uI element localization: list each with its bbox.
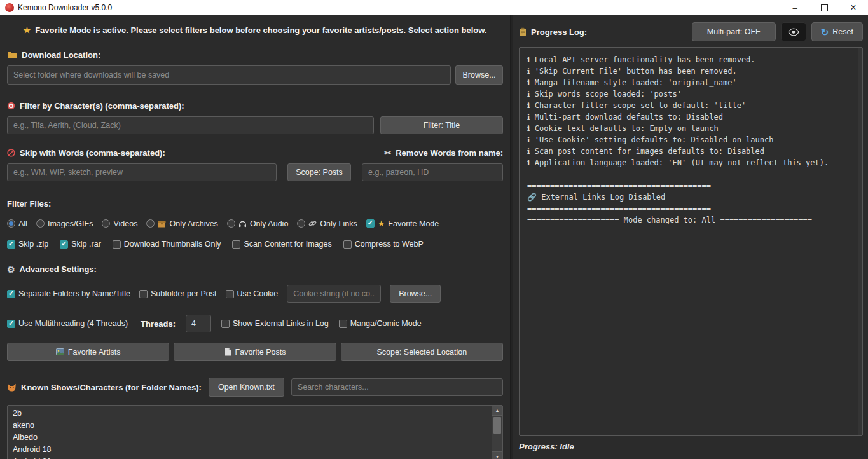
window-controls: – ×	[780, 0, 868, 15]
checkbox-show-external-links[interactable]: Show External Links in Log	[221, 319, 329, 328]
checkbox-multithreading[interactable]: Use Multithreading (4 Threads)	[7, 319, 128, 328]
scroll-up-button[interactable]: ▲	[492, 406, 502, 416]
remove-words-input[interactable]	[362, 163, 503, 181]
progress-status: Progress: Idle	[519, 442, 863, 451]
log-line: ℹ Application language loaded: 'EN' (UI …	[527, 157, 855, 168]
scissors-icon: ✂	[384, 149, 391, 157]
checkbox-manga-mode[interactable]: Manga/Comic Mode	[339, 319, 422, 328]
checkbox-indicator	[7, 240, 15, 249]
scrollbar-thumb[interactable]	[493, 417, 501, 434]
radio-filter-links[interactable]: Only Links	[297, 219, 357, 228]
checkbox-favorite-mode[interactable]: ★ Favorite Mode	[366, 219, 439, 228]
threads-label: Threads:	[141, 319, 176, 329]
checkbox-skip-rar[interactable]: Skip .rar	[60, 240, 101, 249]
no-entry-icon	[7, 149, 15, 157]
list-item[interactable]: Albedo	[8, 432, 502, 444]
clipboard-icon	[519, 27, 527, 36]
log-scrollbar[interactable]	[858, 48, 862, 435]
radio-label: Videos	[113, 219, 137, 228]
log-line: ℹ Cookie text defaults to: Empty on laun…	[527, 123, 855, 134]
checkbox-label: Skip .zip	[18, 240, 48, 249]
character-filter-label: Filter by Character(s) (comma-separated)…	[7, 101, 503, 111]
radio-filter-audio[interactable]: Only Audio	[227, 219, 288, 228]
picture-icon	[56, 348, 64, 355]
threads-input[interactable]	[186, 315, 211, 332]
fox-icon	[7, 383, 17, 392]
radio-label: Images/GIFs	[48, 219, 93, 228]
scrollbar-track[interactable]	[492, 416, 502, 451]
radio-label: Only Archives	[169, 219, 217, 228]
reset-button[interactable]: ↻ Reset	[811, 22, 863, 41]
checkbox-indicator	[232, 240, 240, 249]
log-line: ℹ Multi-part download defaults to: Disab…	[527, 111, 855, 123]
radio-indicator	[146, 219, 155, 228]
close-icon: ×	[850, 3, 856, 13]
list-item[interactable]: Android 21	[8, 456, 502, 459]
skip-words-scope-button[interactable]: Scope: Posts	[287, 163, 351, 181]
list-scrollbar[interactable]: ▲ ▼	[492, 406, 502, 459]
character-search-input[interactable]	[291, 378, 503, 396]
scroll-down-button[interactable]: ▼	[492, 451, 502, 459]
checkbox-subfolder-per-post[interactable]: Subfolder per Post	[139, 289, 217, 298]
favorite-posts-button[interactable]: Favorite Posts	[174, 343, 336, 361]
character-filter-input[interactable]	[7, 116, 374, 134]
list-item[interactable]: 2b	[8, 408, 502, 420]
minimize-icon: –	[792, 3, 797, 13]
browse-download-button[interactable]: Browse...	[455, 65, 503, 85]
known-characters-list[interactable]: ▲ ▼ 2bakenoAlbedoAndroid 18Android 21	[7, 405, 503, 459]
radio-filter-images[interactable]: Images/GIFs	[36, 219, 93, 228]
download-location-input[interactable]	[7, 65, 451, 85]
radio-filter-videos[interactable]: Videos	[102, 219, 137, 228]
checkbox-indicator	[113, 240, 121, 249]
folder-icon	[7, 51, 17, 59]
character-filter-scope-button[interactable]: Filter: Title	[380, 116, 503, 134]
gear-icon: ⚙	[7, 265, 15, 274]
maximize-button[interactable]	[809, 0, 839, 15]
list-item[interactable]: Android 18	[8, 444, 502, 456]
open-known-txt-button[interactable]: Open Known.txt	[209, 378, 284, 397]
cookie-string-input[interactable]	[287, 285, 381, 303]
eye-toggle-button[interactable]	[781, 22, 806, 41]
document-icon	[224, 348, 231, 356]
close-button[interactable]: ×	[839, 0, 868, 15]
checkbox-indicator	[226, 290, 234, 298]
minimize-button[interactable]: –	[780, 0, 809, 15]
checkbox-thumbnails-only[interactable]: Download Thumbnails Only	[113, 240, 221, 249]
radio-indicator	[297, 219, 305, 228]
checkbox-indicator	[139, 290, 148, 298]
log-line: ==================== Mode changed to: Al…	[527, 214, 855, 226]
eye-icon	[788, 28, 799, 36]
checkbox-scan-content[interactable]: Scan Content for Images	[232, 240, 331, 249]
log-line	[527, 168, 855, 180]
checkbox-skip-zip[interactable]: Skip .zip	[7, 240, 48, 249]
banner-text: Favorite Mode is active. Please select f…	[35, 25, 486, 35]
checkbox-indicator	[339, 320, 347, 328]
progress-log-label: Progress Log:	[519, 27, 587, 37]
checkbox-compress-webp[interactable]: Compress to WebP	[343, 240, 424, 249]
skip-words-label: Skip with Words (comma-separated):	[7, 148, 165, 158]
checkbox-separate-folders[interactable]: Separate Folders by Name/Title	[7, 289, 130, 298]
advanced-settings-label: ⚙ Advanced Settings:	[7, 264, 503, 274]
browse-cookie-button[interactable]: Browse...	[390, 285, 441, 303]
checkbox-indicator	[366, 219, 375, 228]
radio-indicator	[36, 219, 45, 228]
log-panel: Progress Log: Multi-part: OFF ↻ Reset ℹ …	[513, 15, 868, 459]
log-line: ℹ 'Use Cookie' setting defaults to: Disa…	[527, 134, 855, 146]
download-location-label: Download Location:	[7, 50, 503, 60]
known-shows-label: Known Shows/Characters (for Folder Names…	[7, 383, 202, 392]
log-line: ℹ Manga filename style loaded: 'original…	[527, 77, 855, 88]
progress-log-output[interactable]: ℹ Local API server functionality has bee…	[519, 47, 863, 436]
multipart-toggle-button[interactable]: Multi-part: OFF	[692, 22, 776, 41]
radio-filter-all[interactable]: All	[7, 219, 27, 228]
checkbox-label: Use Multithreading (4 Threads)	[18, 319, 128, 328]
list-item[interactable]: akeno	[8, 420, 502, 432]
favorite-artists-button[interactable]: Favorite Artists	[7, 343, 169, 361]
skip-words-input[interactable]	[7, 163, 277, 181]
log-line: ℹ Scan post content for images defaults …	[527, 146, 855, 157]
scope-selected-location-button[interactable]: Scope: Selected Location	[341, 343, 503, 361]
radio-indicator	[102, 219, 110, 228]
radio-filter-archives[interactable]: Only Archives	[146, 219, 217, 228]
checkbox-label: Favorite Mode	[388, 219, 439, 228]
archive-icon	[158, 220, 166, 228]
checkbox-use-cookie[interactable]: Use Cookie	[226, 289, 279, 298]
